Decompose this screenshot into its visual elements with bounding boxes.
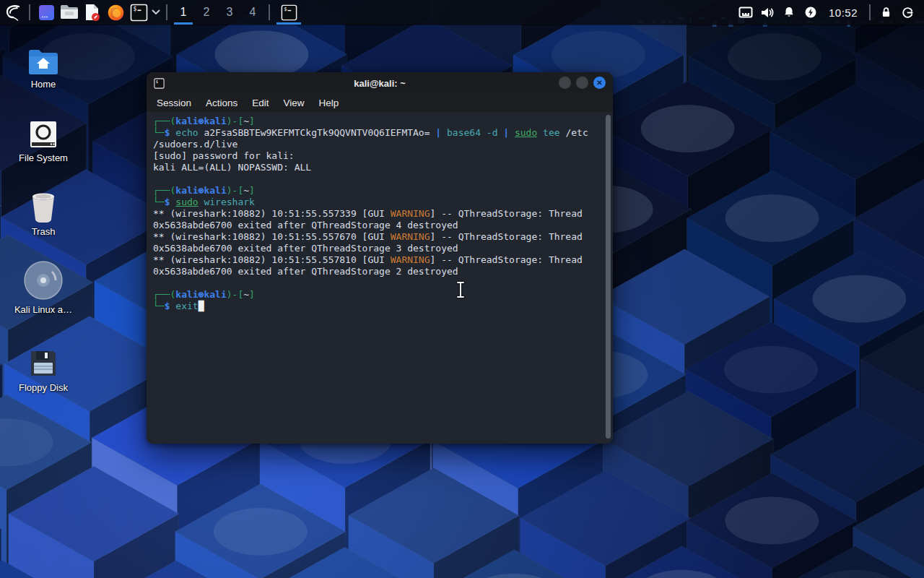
terminal-line: └─$ echo a2FsaSBBTEw9KEFMTCkgTk9QQVNTV0Q… [153, 127, 597, 139]
chevron-down-icon[interactable] [150, 1, 162, 23]
terminal-output[interactable]: ┌──(kali⊛kali)-[~]└─$ echo a2FsaSBBTEw9K… [147, 112, 613, 444]
terminal-line: 0x5638abde6700 exited after QThreadStora… [153, 243, 597, 254]
desktop-icon-label: Kali Linux a… [14, 304, 72, 315]
terminal-window: $ kali@kali: ~ ✕ Session Actions Edit Vi… [147, 72, 613, 444]
applications-menu-button[interactable] [0, 0, 25, 25]
terminal-line: └─$ sudo wireshark [153, 197, 597, 208]
desktop-icon-trash[interactable]: Trash [4, 189, 83, 237]
lock-screen-button[interactable] [875, 0, 897, 25]
menu-session[interactable]: Session [149, 94, 199, 112]
firefox-icon [107, 4, 125, 22]
file-manager-icon [60, 4, 79, 20]
desktop-icon-label: Home [31, 79, 56, 90]
workspace-button-4[interactable]: 4 [241, 0, 264, 25]
terminal-line: /sudoers.d/live [153, 139, 597, 150]
svg-text:$: $ [284, 6, 287, 12]
floppy-disk-icon [28, 345, 58, 379]
panel-clock[interactable]: 10:52 [821, 7, 865, 19]
svg-text:$: $ [133, 6, 136, 12]
menu-help[interactable]: Help [312, 94, 346, 112]
terminal-menubar: Session Actions Edit View Help [147, 94, 613, 112]
workspace-button-1[interactable]: 1 [172, 0, 195, 25]
kali-logo-icon [3, 3, 22, 22]
terminal-line: ** (wireshark:10882) 10:51:55.557339 [GU… [153, 208, 597, 220]
workspace-number: 4 [250, 6, 256, 19]
app-window-icon [38, 4, 56, 22]
power-manager-button[interactable] [800, 0, 821, 25]
panel-separator [269, 4, 270, 20]
notifications-icon [783, 6, 796, 19]
menu-view[interactable]: View [276, 94, 312, 112]
terminal-scrollbar[interactable] [606, 115, 611, 439]
home-folder-icon [27, 42, 59, 75]
terminal-line: 0x5638abde6700 exited after QThreadStora… [153, 220, 597, 231]
panel-separator [869, 4, 871, 20]
menu-edit[interactable]: Edit [245, 94, 276, 112]
terminal-line: ┌──(kali⊛kali)-[~] [153, 289, 597, 301]
text-editor-icon [84, 3, 101, 22]
terminal-line [153, 173, 597, 185]
top-panel: $ 1 2 3 4 $ [0, 0, 924, 25]
taskbar-terminal-button[interactable]: $ [274, 0, 303, 25]
launcher-firefox[interactable] [104, 1, 127, 23]
panel-separator [166, 4, 167, 20]
terminal-line: ┌──(kali⊛kali)-[~] [153, 185, 597, 197]
window-title: kali@kali: ~ [147, 78, 613, 89]
terminal-icon: $ [130, 4, 148, 22]
workspace-button-3[interactable]: 3 [218, 0, 241, 25]
terminal-line: kali ALL=(ALL) NOPASSWD: ALL [153, 162, 597, 173]
terminal-titlebar[interactable]: $ kali@kali: ~ ✕ [147, 72, 613, 94]
desktop-icon-file-system[interactable]: File System [4, 116, 83, 163]
maximize-button[interactable] [576, 77, 588, 89]
launcher-terminal[interactable]: $ [127, 1, 150, 23]
logout-button[interactable] [897, 0, 918, 25]
panel-separator [29, 4, 30, 20]
workspace-number: 3 [227, 6, 233, 19]
terminal-line: [sudo] password for kali: [153, 150, 597, 162]
volume-icon [760, 7, 775, 19]
desktop-icon-label: File System [19, 152, 68, 163]
workspace-button-2[interactable]: 2 [195, 0, 218, 25]
workspace-number: 1 [180, 6, 187, 19]
trash-icon [29, 189, 58, 223]
terminal-line: ┌──(kali⊛kali)-[~] [153, 116, 597, 127]
terminal-icon: $ [281, 4, 297, 21]
desktop-icon-kali-live[interactable]: Kali Linux a… [4, 260, 83, 315]
notifications-button[interactable] [778, 0, 800, 25]
launcher-text-editor[interactable] [81, 1, 104, 23]
terminal-line: ** (wireshark:10882) 10:51:55.557670 [GU… [153, 231, 597, 243]
close-button[interactable]: ✕ [593, 77, 606, 89]
workspace-number: 2 [204, 6, 210, 19]
terminal-line: ** (wireshark:10882) 10:51:55.557810 [GU… [153, 254, 597, 266]
logout-icon [901, 6, 915, 20]
network-status-button[interactable] [735, 0, 757, 25]
terminal-line: 0x5638abde6700 exited after QThreadStora… [153, 266, 597, 277]
terminal-line [153, 277, 597, 289]
hard-drive-icon [28, 116, 58, 149]
launcher-app-window[interactable] [35, 1, 58, 23]
desktop-icon-label: Trash [32, 226, 56, 237]
menu-actions[interactable]: Actions [199, 94, 245, 112]
disc-icon [23, 260, 64, 301]
desktop-icon-home[interactable]: Home [4, 42, 83, 90]
network-icon [738, 7, 753, 19]
volume-button[interactable] [757, 0, 778, 25]
terminal-line: └─$ exit█ [153, 301, 597, 312]
desktop-icon-label: Floppy Disk [19, 382, 68, 393]
minimize-button[interactable] [559, 77, 571, 89]
lock-icon [880, 6, 892, 19]
workspace-switcher: 1 2 3 4 [172, 0, 264, 25]
power-manager-icon [804, 6, 817, 19]
desktop-icon-floppy-disk[interactable]: Floppy Disk [4, 345, 83, 393]
launcher-file-manager[interactable] [58, 1, 81, 23]
